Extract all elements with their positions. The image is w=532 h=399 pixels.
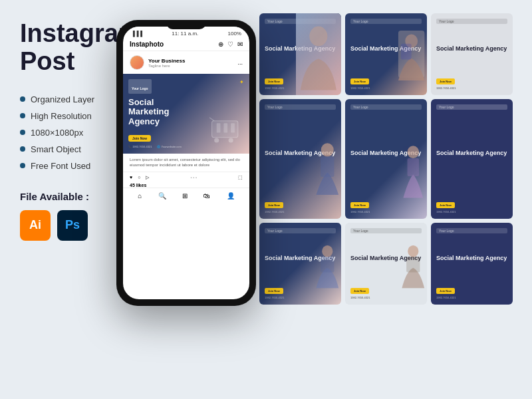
person-decoration: [296, 223, 341, 305]
card-button[interactable]: Join Now: [436, 288, 455, 294]
cart-decoration: [206, 114, 246, 147]
bullet-icon: [20, 96, 25, 102]
card-button[interactable]: Join Now: [436, 78, 455, 84]
profile-row: Your Business Tagline here ...: [123, 51, 249, 74]
svg-rect-18: [407, 257, 420, 273]
grid-row-3: Your Logo Social Marketing Agency Join N…: [259, 223, 519, 305]
illustrator-icon: Ai: [20, 210, 51, 241]
person-decoration: [382, 99, 427, 219]
card-button[interactable]: Join Now: [350, 288, 369, 294]
post-image: Your Logo ✦ Social Marketing Agency: [123, 74, 249, 154]
card-logo: Your Logo: [436, 228, 507, 233]
post-info: 📞 1982-7650-4321: [128, 145, 152, 148]
card-button[interactable]: Join Now: [350, 78, 369, 84]
home-icon[interactable]: ⌂: [138, 192, 142, 200]
card-footer: 1982-7650-4321: [436, 296, 507, 299]
bullet-icon: [20, 113, 25, 118]
card-logo: Your Logo: [436, 19, 507, 24]
svg-point-15: [323, 245, 333, 257]
more-options-icon[interactable]: ...: [237, 59, 243, 66]
card-title: Social Marketing Agency: [436, 255, 507, 262]
bullet-icon: [20, 163, 25, 168]
join-now-button[interactable]: Join Now: [128, 135, 151, 142]
star-decoration: ✦: [239, 79, 244, 85]
preview-card-6: Your Logo Social Marketing Agency Join N…: [431, 99, 513, 219]
status-battery: 100%: [228, 31, 241, 37]
action-icons: ♥ ○ ▷: [130, 175, 149, 180]
card-button[interactable]: Join Now: [265, 202, 283, 208]
profile-name: Your Business: [148, 58, 185, 64]
preview-card-7: Your Logo Social Marketing Agency Join N…: [259, 223, 341, 305]
svg-point-11: [321, 143, 334, 156]
person-decoration: [296, 13, 341, 95]
preview-card-4: Your Logo Social Marketing Agency Join N…: [259, 99, 341, 219]
add-post-icon[interactable]: ⊞: [182, 192, 188, 200]
person-decoration-light: [382, 223, 427, 305]
card-footer: 1982-7650-4321: [436, 210, 507, 213]
app-header: Instaphoto ⊕ ♡ ✉: [123, 38, 249, 51]
card-button[interactable]: Join Now: [265, 288, 283, 294]
photoshop-icon: Ps: [57, 210, 88, 241]
card-button[interactable]: Join Now: [350, 202, 369, 208]
share-icon[interactable]: ▷: [146, 175, 149, 180]
card-footer: 1982-7650-4321: [436, 86, 507, 90]
header-icons: ⊕ ♡ ✉: [218, 41, 243, 48]
bullet-icon: [20, 146, 25, 152]
grid-row-1: Your Logo Social Marketing Agency Join N…: [259, 13, 519, 95]
phone-notch: [166, 20, 206, 29]
preview-card-8: Your Logo Social Marketing Agency Join N…: [345, 223, 427, 305]
svg-rect-12: [321, 157, 334, 177]
save-icon[interactable]: ⬚: [238, 175, 243, 180]
svg-rect-5: [223, 123, 227, 132]
like-icon[interactable]: ♥: [130, 175, 132, 180]
status-time: 11: 11 a.m.: [172, 31, 198, 37]
dots-pagination: • • •: [190, 176, 197, 180]
svg-point-17: [408, 245, 419, 257]
comment-icon[interactable]: ○: [138, 175, 140, 180]
svg-rect-4: [217, 123, 221, 132]
person-decoration: [296, 99, 341, 219]
message-icon[interactable]: ✉: [237, 41, 243, 48]
phone-mockup: ▐▐▐ 11: 11 a.m. 100% Instaphoto ⊕ ♡ ✉ Yo…: [116, 20, 256, 372]
svg-rect-6: [231, 123, 235, 132]
post-website: 🌐 Yourwebsite.com: [157, 145, 181, 148]
svg-point-1: [214, 138, 219, 142]
likes-count: 45 likes: [123, 183, 249, 188]
preview-card-1: Your Logo Social Marketing Agency Join N…: [259, 13, 341, 95]
status-signal: ▐▐▐: [131, 31, 142, 37]
app-name: Instaphoto: [130, 41, 164, 48]
shop-icon[interactable]: 🛍: [203, 192, 210, 200]
preview-grid: Your Logo Social Marketing Agency Join N…: [259, 13, 519, 386]
preview-card-9: Your Logo Social Marketing Agency Join N…: [431, 223, 513, 305]
card-title: Social Marketing Agency: [436, 150, 507, 157]
post-actions: ♥ ○ ▷ • • • ⬚: [123, 172, 249, 183]
person-decoration: [382, 13, 427, 95]
card-button[interactable]: Join Now: [265, 78, 283, 84]
svg-line-3: [209, 118, 214, 121]
avatar: [130, 55, 144, 70]
profile-tagline: Tagline here: [148, 64, 185, 68]
preview-card-5: Your Logo Social Marketing Agency Join N…: [345, 99, 427, 219]
heart-icon[interactable]: ♡: [227, 41, 233, 48]
card-button[interactable]: Join Now: [436, 202, 455, 208]
phone-screen: ▐▐▐ 11: 11 a.m. 100% Instaphoto ⊕ ♡ ✉ Yo…: [123, 27, 249, 299]
svg-point-13: [408, 146, 420, 158]
search-nav-icon[interactable]: 🔍: [158, 192, 166, 200]
phone-outer: ▐▐▐ 11: 11 a.m. 100% Instaphoto ⊕ ♡ ✉ Yo…: [116, 20, 256, 306]
profile-text: Your Business Tagline here: [148, 58, 185, 68]
post-logo: Your Logo: [128, 79, 152, 94]
svg-rect-14: [408, 158, 420, 176]
profile-nav-icon[interactable]: 👤: [227, 192, 235, 200]
preview-card-3: Your Logo Social Marketing Agency Join N…: [431, 13, 513, 95]
post-description: Lorem ipsum dolor sit amet, consectetur …: [123, 154, 249, 172]
svg-rect-10: [401, 44, 412, 60]
svg-point-7: [310, 27, 328, 47]
bullet-icon: [20, 130, 25, 135]
profile-info: Your Business Tagline here: [130, 55, 185, 70]
svg-rect-16: [321, 257, 334, 273]
card-logo: Your Logo: [436, 104, 507, 110]
svg-point-2: [229, 138, 233, 142]
add-icon[interactable]: ⊕: [218, 41, 223, 48]
bottom-nav: ⌂ 🔍 ⊞ 🛍 👤: [123, 188, 249, 203]
card-title: Social Marketing Agency: [436, 45, 507, 53]
